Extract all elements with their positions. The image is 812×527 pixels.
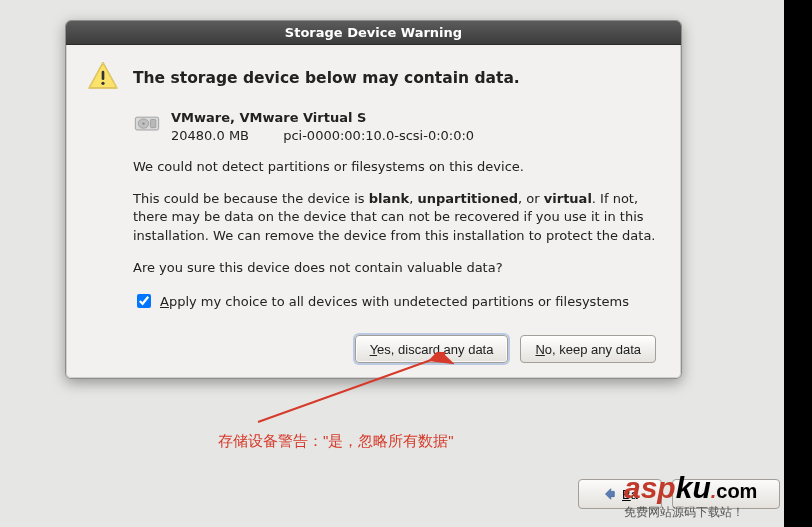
next-button[interactable] bbox=[672, 479, 780, 509]
dialog-button-row: Yes, discard any data No, keep any data bbox=[87, 335, 660, 363]
annotation-text: 存储设备警告："是，忽略所有数据" bbox=[218, 432, 454, 451]
no-keep-button[interactable]: No, keep any data bbox=[520, 335, 656, 363]
dialog-titlebar: Storage Device Warning bbox=[66, 21, 681, 45]
arrow-left-icon bbox=[602, 487, 616, 501]
dialog-heading: The storage device below may contain dat… bbox=[133, 69, 520, 87]
device-info: VMware, VMware Virtual S 20480.0 MB pci-… bbox=[171, 109, 474, 144]
dialog-body-text: We could not detect partitions or filesy… bbox=[133, 158, 660, 277]
device-size: 20480.0 MB bbox=[171, 127, 249, 145]
svg-point-1 bbox=[101, 82, 104, 85]
apply-all-label: Apply my choice to all devices with unde… bbox=[160, 294, 629, 309]
device-name: VMware, VMware Virtual S bbox=[171, 109, 474, 127]
apply-all-checkbox[interactable] bbox=[137, 294, 151, 308]
dialog-header-row: The storage device below may contain dat… bbox=[87, 60, 660, 95]
screen-border bbox=[784, 0, 812, 527]
device-meta: 20480.0 MB pci-0000:00:10.0-scsi-0:0:0:0 bbox=[171, 127, 474, 145]
back-label: Ba bbox=[622, 487, 638, 502]
device-path: pci-0000:00:10.0-scsi-0:0:0:0 bbox=[283, 128, 474, 143]
svg-rect-5 bbox=[151, 120, 156, 128]
harddisk-icon bbox=[133, 109, 161, 140]
body-para-1: We could not detect partitions or filesy… bbox=[133, 158, 660, 176]
device-row: VMware, VMware Virtual S 20480.0 MB pci-… bbox=[133, 109, 660, 144]
svg-point-4 bbox=[142, 122, 144, 124]
storage-warning-dialog: Storage Device Warning The storage devic… bbox=[65, 20, 682, 379]
dialog-body: The storage device below may contain dat… bbox=[66, 45, 681, 378]
yes-discard-button[interactable]: Yes, discard any data bbox=[355, 335, 509, 363]
body-para-2: This could be because the device is blan… bbox=[133, 190, 660, 245]
body-para-3: Are you sure this device does not contai… bbox=[133, 259, 660, 277]
dialog-title: Storage Device Warning bbox=[285, 25, 462, 40]
back-button[interactable]: Ba bbox=[578, 479, 662, 509]
apply-all-checkbox-row[interactable]: Apply my choice to all devices with unde… bbox=[133, 291, 660, 311]
svg-rect-0 bbox=[102, 71, 105, 80]
warning-icon bbox=[87, 60, 119, 95]
